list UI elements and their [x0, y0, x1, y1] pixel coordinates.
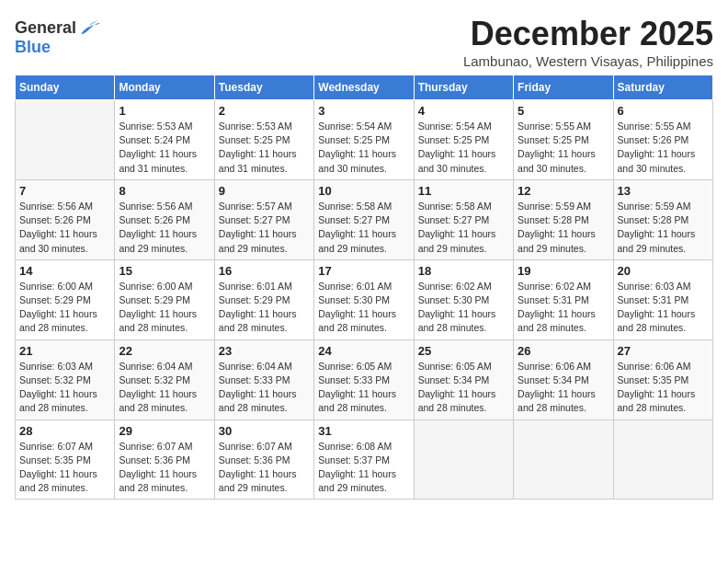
- day-number: 29: [119, 424, 210, 438]
- day-number: 4: [418, 104, 509, 118]
- day-number: 25: [418, 344, 509, 358]
- day-number: 23: [219, 344, 310, 358]
- day-cell: 29Sunrise: 6:07 AM Sunset: 5:36 PM Dayli…: [115, 419, 214, 500]
- day-info: Sunrise: 5:54 AM Sunset: 5:25 PM Dayligh…: [418, 120, 509, 176]
- day-cell: 10Sunrise: 5:58 AM Sunset: 5:27 PM Dayli…: [314, 179, 414, 259]
- day-number: 16: [219, 264, 310, 278]
- day-cell: 3Sunrise: 5:54 AM Sunset: 5:25 PM Daylig…: [314, 100, 414, 180]
- day-number: 1: [119, 104, 210, 118]
- header-cell-thursday: Thursday: [414, 75, 513, 100]
- day-info: Sunrise: 5:58 AM Sunset: 5:27 PM Dayligh…: [418, 200, 509, 256]
- day-number: 18: [418, 264, 509, 278]
- day-number: 22: [119, 344, 210, 358]
- day-number: 28: [19, 424, 110, 438]
- logo-bird-icon: [78, 19, 100, 38]
- day-info: Sunrise: 5:57 AM Sunset: 5:27 PM Dayligh…: [219, 200, 310, 256]
- day-info: Sunrise: 5:56 AM Sunset: 5:26 PM Dayligh…: [19, 200, 110, 256]
- day-cell: 6Sunrise: 5:55 AM Sunset: 5:26 PM Daylig…: [613, 100, 712, 180]
- day-info: Sunrise: 6:06 AM Sunset: 5:35 PM Dayligh…: [618, 360, 709, 416]
- day-number: 7: [19, 184, 110, 198]
- calendar-body: 1Sunrise: 5:53 AM Sunset: 5:24 PM Daylig…: [16, 100, 713, 500]
- day-cell: 17Sunrise: 6:01 AM Sunset: 5:30 PM Dayli…: [314, 259, 414, 339]
- day-number: 3: [318, 104, 409, 118]
- day-info: Sunrise: 6:07 AM Sunset: 5:35 PM Dayligh…: [19, 440, 110, 496]
- header-cell-sunday: Sunday: [16, 75, 115, 100]
- header-cell-monday: Monday: [115, 75, 214, 100]
- day-number: 9: [219, 184, 310, 198]
- day-cell: 13Sunrise: 5:59 AM Sunset: 5:28 PM Dayli…: [613, 179, 712, 259]
- day-cell: [514, 419, 613, 500]
- day-cell: 5Sunrise: 5:55 AM Sunset: 5:25 PM Daylig…: [514, 100, 613, 180]
- day-cell: [613, 419, 712, 500]
- day-number: 8: [119, 184, 210, 198]
- week-row-2: 7Sunrise: 5:56 AM Sunset: 5:26 PM Daylig…: [16, 179, 713, 259]
- day-cell: 4Sunrise: 5:54 AM Sunset: 5:25 PM Daylig…: [414, 100, 513, 180]
- day-cell: 18Sunrise: 6:02 AM Sunset: 5:30 PM Dayli…: [414, 259, 513, 339]
- day-cell: 11Sunrise: 5:58 AM Sunset: 5:27 PM Dayli…: [414, 179, 513, 259]
- day-info: Sunrise: 6:07 AM Sunset: 5:36 PM Dayligh…: [219, 440, 310, 496]
- header-cell-saturday: Saturday: [613, 75, 712, 100]
- calendar-table: SundayMondayTuesdayWednesdayThursdayFrid…: [15, 75, 713, 500]
- day-cell: 9Sunrise: 5:57 AM Sunset: 5:27 PM Daylig…: [214, 179, 313, 259]
- day-number: 19: [518, 264, 609, 278]
- header-row: SundayMondayTuesdayWednesdayThursdayFrid…: [16, 75, 713, 100]
- day-cell: 22Sunrise: 6:04 AM Sunset: 5:32 PM Dayli…: [115, 339, 214, 419]
- logo-blue-text: Blue: [15, 38, 51, 57]
- day-number: 17: [318, 264, 409, 278]
- day-number: 30: [219, 424, 310, 438]
- day-number: 11: [418, 184, 509, 198]
- day-info: Sunrise: 6:03 AM Sunset: 5:32 PM Dayligh…: [19, 360, 110, 416]
- day-info: Sunrise: 6:07 AM Sunset: 5:36 PM Dayligh…: [119, 440, 210, 496]
- day-number: 21: [19, 344, 110, 358]
- day-number: 31: [318, 424, 409, 438]
- day-info: Sunrise: 5:53 AM Sunset: 5:25 PM Dayligh…: [219, 120, 310, 176]
- day-info: Sunrise: 6:05 AM Sunset: 5:34 PM Dayligh…: [418, 360, 509, 416]
- day-cell: 28Sunrise: 6:07 AM Sunset: 5:35 PM Dayli…: [16, 419, 115, 500]
- day-number: 24: [318, 344, 409, 358]
- day-info: Sunrise: 6:06 AM Sunset: 5:34 PM Dayligh…: [518, 360, 609, 416]
- week-row-4: 21Sunrise: 6:03 AM Sunset: 5:32 PM Dayli…: [16, 339, 713, 419]
- month-title: December 2025: [463, 15, 713, 53]
- day-cell: 31Sunrise: 6:08 AM Sunset: 5:37 PM Dayli…: [314, 419, 414, 500]
- day-info: Sunrise: 5:55 AM Sunset: 5:26 PM Dayligh…: [618, 120, 709, 176]
- day-cell: [414, 419, 513, 500]
- day-cell: 16Sunrise: 6:01 AM Sunset: 5:29 PM Dayli…: [214, 259, 313, 339]
- day-cell: 1Sunrise: 5:53 AM Sunset: 5:24 PM Daylig…: [115, 100, 214, 180]
- day-number: 15: [119, 264, 210, 278]
- day-info: Sunrise: 6:04 AM Sunset: 5:33 PM Dayligh…: [219, 360, 310, 416]
- day-info: Sunrise: 6:00 AM Sunset: 5:29 PM Dayligh…: [19, 280, 110, 336]
- day-info: Sunrise: 5:58 AM Sunset: 5:27 PM Dayligh…: [318, 200, 409, 256]
- day-cell: 25Sunrise: 6:05 AM Sunset: 5:34 PM Dayli…: [414, 339, 513, 419]
- day-info: Sunrise: 6:02 AM Sunset: 5:30 PM Dayligh…: [418, 280, 509, 336]
- week-row-5: 28Sunrise: 6:07 AM Sunset: 5:35 PM Dayli…: [16, 419, 713, 500]
- calendar-header: SundayMondayTuesdayWednesdayThursdayFrid…: [16, 75, 713, 100]
- header-cell-wednesday: Wednesday: [314, 75, 414, 100]
- day-info: Sunrise: 5:55 AM Sunset: 5:25 PM Dayligh…: [518, 120, 609, 176]
- day-number: 2: [219, 104, 310, 118]
- day-cell: 12Sunrise: 5:59 AM Sunset: 5:28 PM Dayli…: [514, 179, 613, 259]
- day-number: 10: [318, 184, 409, 198]
- day-cell: 26Sunrise: 6:06 AM Sunset: 5:34 PM Dayli…: [514, 339, 613, 419]
- day-number: 12: [518, 184, 609, 198]
- day-info: Sunrise: 6:00 AM Sunset: 5:29 PM Dayligh…: [119, 280, 210, 336]
- week-row-1: 1Sunrise: 5:53 AM Sunset: 5:24 PM Daylig…: [16, 100, 713, 180]
- location-text: Lambunao, Western Visayas, Philippines: [463, 53, 713, 69]
- logo: General Blue: [15, 18, 100, 57]
- logo-general-text: General: [15, 18, 76, 38]
- title-block: December 2025 Lambunao, Western Visayas,…: [463, 15, 713, 69]
- day-cell: 27Sunrise: 6:06 AM Sunset: 5:35 PM Dayli…: [613, 339, 712, 419]
- day-cell: 7Sunrise: 5:56 AM Sunset: 5:26 PM Daylig…: [16, 179, 115, 259]
- day-cell: 23Sunrise: 6:04 AM Sunset: 5:33 PM Dayli…: [214, 339, 313, 419]
- header-cell-friday: Friday: [514, 75, 613, 100]
- day-cell: 30Sunrise: 6:07 AM Sunset: 5:36 PM Dayli…: [214, 419, 313, 500]
- day-number: 27: [618, 344, 709, 358]
- day-info: Sunrise: 6:03 AM Sunset: 5:31 PM Dayligh…: [618, 280, 709, 336]
- day-cell: 21Sunrise: 6:03 AM Sunset: 5:32 PM Dayli…: [16, 339, 115, 419]
- day-info: Sunrise: 6:08 AM Sunset: 5:37 PM Dayligh…: [318, 440, 409, 496]
- week-row-3: 14Sunrise: 6:00 AM Sunset: 5:29 PM Dayli…: [16, 259, 713, 339]
- day-info: Sunrise: 6:05 AM Sunset: 5:33 PM Dayligh…: [318, 360, 409, 416]
- day-info: Sunrise: 6:01 AM Sunset: 5:30 PM Dayligh…: [318, 280, 409, 336]
- day-info: Sunrise: 5:59 AM Sunset: 5:28 PM Dayligh…: [618, 200, 709, 256]
- day-number: 6: [618, 104, 709, 118]
- day-info: Sunrise: 5:56 AM Sunset: 5:26 PM Dayligh…: [119, 200, 210, 256]
